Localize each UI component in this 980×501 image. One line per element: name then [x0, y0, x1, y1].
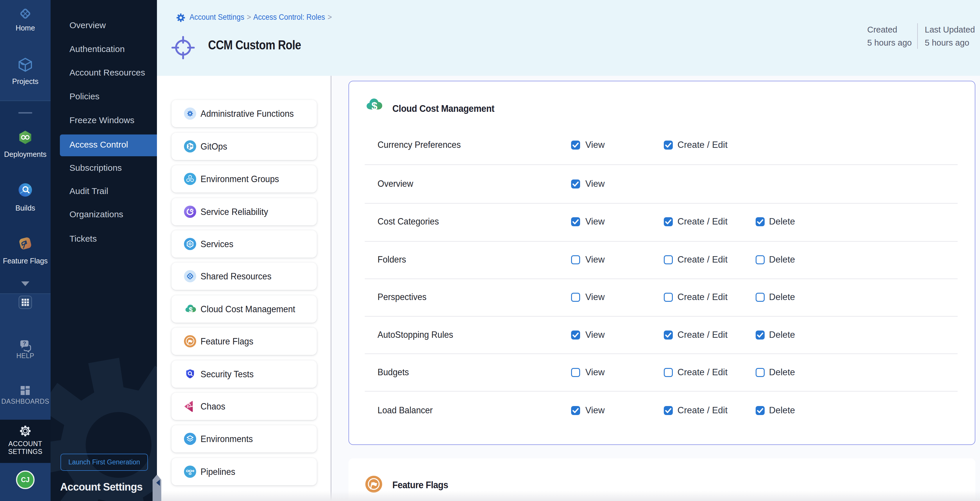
svg-text:$: $: [371, 100, 377, 112]
svg-text:?: ?: [23, 340, 26, 347]
svg-text:$: $: [189, 306, 193, 314]
